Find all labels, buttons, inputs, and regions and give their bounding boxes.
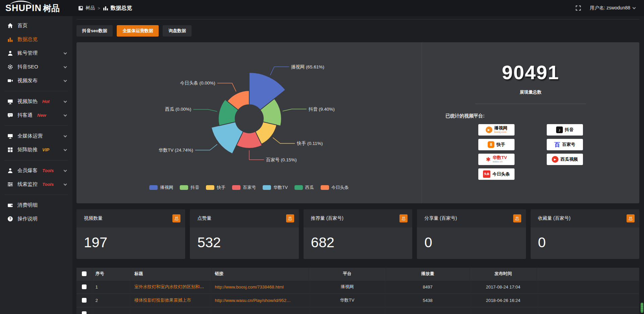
toutiao-logo-icon: 头条 [483,170,490,178]
col-header-5: 播放量 [386,268,470,280]
stat-card-1: 视频数量总197 [76,209,185,259]
sidebar-item-6[interactable]: 视频加热Hot [0,95,72,108]
select-all-checkbox[interactable] [82,271,87,276]
sidebar-item-1[interactable]: 首页 [0,19,72,33]
app: SHUPIN 树品 树品 > 数据总览 用户名: zswodun88 首页数据总… [0,0,644,314]
legend-label: 播视网 [160,185,173,191]
platform-badge-xigua[interactable]: ▶西瓜视频 [547,154,583,165]
stat-card-value: 682 [304,227,412,259]
cell-link[interactable]: http://www.wasu.cn/Play/show/id/952… [215,298,291,303]
tab-3[interactable]: 询盘数据 [163,25,192,37]
sidebar-item-9[interactable]: 矩阵助推VIP [0,143,72,157]
platform-badge-kuaishou[interactable]: 8快手 [478,139,515,150]
sidebar-item-label: 首页 [17,22,28,29]
stat-card-title: 点赞量 [197,215,211,221]
sidebar-item-label: 线索监控 [17,181,38,188]
legend-item-抖音[interactable]: 抖音 [180,185,199,191]
tabs: 抖音seo数据全媒体运营数据询盘数据 [76,25,639,37]
legend-item-西瓜[interactable]: 西瓜 [294,185,314,191]
pie-label: 快手 (0.11%) [297,141,323,146]
stat-card-value: 532 [190,227,299,259]
wallet-icon [7,202,13,208]
platform-badge-douyin[interactable]: ♪抖音 [547,124,583,136]
cell-title[interactable]: 楼体投影灯投影效果震撼上市 [135,298,191,303]
platform-badge-boosj[interactable]: ▶播视网boosj.com [478,124,515,136]
sidebar-item-7[interactable]: 抖客通New [0,108,72,122]
sidebar-item-4[interactable]: 抖音SEO [0,60,72,74]
sidebar-item-13[interactable]: ?操作说明 [0,212,72,226]
sidebar-item-11[interactable]: 线索监控Tools [0,177,72,191]
platform-subtitle: boosj.com [494,131,507,134]
xigua-logo-icon: ▶ [552,156,558,163]
summary-divider [475,104,586,104]
bar-chart-icon [103,5,108,11]
boosj-logo-icon: ▶ [486,126,492,133]
legend-item-播视网[interactable]: 播视网 [149,185,173,191]
legend-chip [263,185,271,190]
total-badge[interactable]: 总 [513,214,521,222]
legend-item-今日头条[interactable]: 今日头条 [321,185,349,191]
legend-item-快手[interactable]: 快手 [206,185,225,191]
cell-plays: 5438 [423,298,433,303]
total-badge[interactable]: 总 [172,214,180,222]
table-row-1: 1室外水纹灯和室内水纹灯的区别和简介http://www.boosj.com/7… [76,280,639,294]
total-badge[interactable]: 总 [627,214,635,222]
sidebar-item-label: 操作说明 [17,216,38,222]
username-label: 用户名: zswodun88 [590,5,630,11]
sidebar-item-12[interactable]: 消费明细 [0,198,72,212]
row-checkbox[interactable] [82,284,87,289]
sidebar-item-badge: VIP [42,147,49,152]
platforms-title: 已统计的视频平台: [445,113,639,119]
user-menu[interactable]: 用户名: zswodun88 [590,5,635,11]
home-icon [7,23,13,29]
sidebar-item-badge: Tools [42,168,54,173]
sidebar-item-8[interactable]: 全媒体运营 [0,129,72,143]
kuaishou-logo-icon: 8 [488,141,494,148]
legend-label: 今日头条 [331,185,349,191]
sidebar-divider [5,195,68,195]
app-logo[interactable]: SHUPIN 树品 [0,3,72,14]
sidebar-item-label: 抖客通 [17,112,33,118]
col-header-2: 标题 [131,268,211,280]
tab-1[interactable]: 抖音seo数据 [76,25,113,37]
pie-label-leader [193,109,217,111]
pie-label: 播视网 (65.61%) [291,64,324,69]
legend-label: 快手 [217,185,225,191]
wasu-logo-icon: ✱ [486,156,491,163]
row-checkbox[interactable] [82,311,87,314]
scrollbar-thumb[interactable] [641,303,643,313]
cell-title[interactable]: 室外水纹灯和室内水纹灯的区别和简介 [135,284,209,289]
sidebar-item-5[interactable]: 视频发布 [0,74,72,88]
sidebar-divider [5,160,68,160]
sidebar-item-3[interactable]: 账号管理 [0,46,72,60]
tab-2[interactable]: 全媒体运营数据 [117,25,159,37]
col-header-1: 序号 [92,268,131,280]
monitor-icon [7,99,13,104]
rose-pie-chart[interactable]: 播视网 (65.61%)抖音 (9.40%)快手 (0.11%)百家号 (0.1… [82,44,417,189]
cell-link[interactable]: http://www.boosj.com/7338468.html [215,284,284,290]
chart-panel: 播视网 (65.61%)抖音 (9.40%)快手 (0.11%)百家号 (0.1… [76,42,639,203]
stat-card-header: 推荐量 (百家号)总 [304,209,412,227]
videos-table-panel: 序号标题链接平台播放量发布时间 1室外水纹灯和室内水纹灯的区别和简介http:/… [76,268,639,314]
breadcrumb-root[interactable]: 树品 [86,5,95,11]
summary-panel: 90491 展现量总数 已统计的视频平台: ▶播视网boosj.com8快手✱华… [422,42,639,203]
legend-item-百家号[interactable]: 百家号 [232,185,256,191]
platform-badge-toutiao[interactable]: 头条今日头条 [478,168,515,180]
sidebar-item-label: 会员爆客 [17,167,38,174]
table-row-2: 2楼体投影灯投影效果震撼上市http://www.wasu.cn/Play/sh… [76,294,639,307]
chart-icon [7,37,13,42]
total-badge[interactable]: 总 [286,214,294,222]
douyin-logo-icon: ♪ [556,126,563,133]
platform-badge-wasu[interactable]: ✱华数TVwasu.cn [478,154,515,165]
platform-name: 快手 [496,142,505,147]
sidebar-divider [5,125,68,126]
legend-item-华数TV[interactable]: 华数TV [263,185,288,191]
total-badge[interactable]: 总 [399,214,408,222]
sidebar-item-2[interactable]: 数据总览 [0,33,72,46]
fullscreen-icon[interactable] [576,5,581,11]
sidebar-item-10[interactable]: 会员爆客Tools [0,164,72,177]
chevron-down-icon [64,182,67,186]
platform-badge-baijiahao[interactable]: 百百家号 [547,139,583,150]
pie-slice-华数TV[interactable] [211,122,243,154]
row-checkbox[interactable] [82,298,87,303]
